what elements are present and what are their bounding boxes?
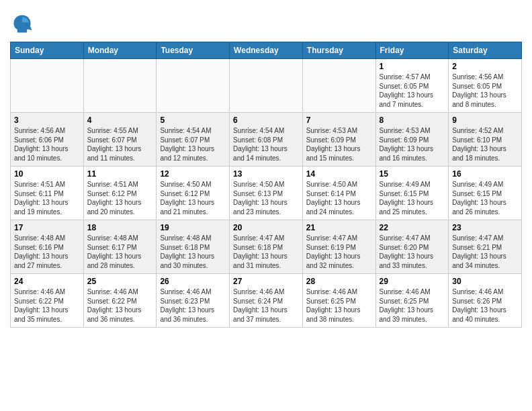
day-number: 19 [160, 223, 226, 232]
calendar-week-2: 3Sunrise: 4:56 AM Sunset: 6:06 PM Daylig… [11, 113, 522, 167]
day-info: Sunrise: 4:54 AM Sunset: 6:08 PM Dayligh… [233, 126, 299, 163]
calendar-cell: 14Sunrise: 4:50 AM Sunset: 6:14 PM Dayli… [302, 167, 375, 220]
calendar-cell [230, 59, 303, 113]
calendar-header-wednesday: Wednesday [230, 42, 303, 59]
day-number: 3 [14, 116, 80, 125]
day-number: 14 [306, 169, 372, 179]
calendar-cell: 8Sunrise: 4:53 AM Sunset: 6:09 PM Daylig… [375, 113, 449, 167]
calendar-cell: 15Sunrise: 4:49 AM Sunset: 6:15 PM Dayli… [375, 167, 449, 220]
calendar-cell: 7Sunrise: 4:53 AM Sunset: 6:09 PM Daylig… [302, 113, 375, 167]
calendar-cell: 25Sunrise: 4:46 AM Sunset: 6:22 PM Dayli… [83, 274, 157, 328]
calendar-cell: 30Sunrise: 4:46 AM Sunset: 6:26 PM Dayli… [449, 274, 522, 328]
calendar-header-thursday: Thursday [302, 42, 375, 59]
header [10, 7, 522, 36]
calendar-cell: 5Sunrise: 4:54 AM Sunset: 6:07 PM Daylig… [157, 113, 230, 167]
day-info: Sunrise: 4:48 AM Sunset: 6:17 PM Dayligh… [87, 234, 153, 270]
calendar-cell: 23Sunrise: 4:47 AM Sunset: 6:21 PM Dayli… [449, 220, 522, 274]
calendar-cell: 17Sunrise: 4:48 AM Sunset: 6:16 PM Dayli… [11, 220, 84, 274]
calendar-cell: 1Sunrise: 4:57 AM Sunset: 6:05 PM Daylig… [375, 59, 449, 113]
day-number: 17 [14, 223, 80, 232]
calendar-cell: 2Sunrise: 4:56 AM Sunset: 6:05 PM Daylig… [449, 59, 522, 113]
day-info: Sunrise: 4:56 AM Sunset: 6:05 PM Dayligh… [452, 73, 518, 109]
day-number: 4 [87, 116, 153, 125]
day-number: 15 [380, 169, 445, 179]
day-info: Sunrise: 4:53 AM Sunset: 6:09 PM Dayligh… [380, 126, 445, 163]
day-info: Sunrise: 4:49 AM Sunset: 6:15 PM Dayligh… [452, 180, 518, 216]
day-info: Sunrise: 4:48 AM Sunset: 6:18 PM Dayligh… [160, 234, 226, 270]
day-info: Sunrise: 4:47 AM Sunset: 6:18 PM Dayligh… [233, 234, 299, 270]
calendar-header-monday: Monday [83, 42, 157, 59]
calendar-cell: 21Sunrise: 4:47 AM Sunset: 6:19 PM Dayli… [302, 220, 375, 274]
day-number: 16 [452, 169, 518, 179]
day-number: 9 [452, 116, 518, 125]
day-number: 25 [87, 277, 153, 286]
day-info: Sunrise: 4:55 AM Sunset: 6:07 PM Dayligh… [87, 126, 153, 163]
day-number: 21 [306, 223, 372, 232]
day-number: 10 [14, 169, 80, 179]
calendar-header-row: SundayMondayTuesdayWednesdayThursdayFrid… [11, 42, 522, 59]
calendar-cell: 4Sunrise: 4:55 AM Sunset: 6:07 PM Daylig… [83, 113, 157, 167]
day-number: 22 [380, 223, 445, 232]
day-info: Sunrise: 4:48 AM Sunset: 6:16 PM Dayligh… [14, 234, 80, 270]
day-info: Sunrise: 4:57 AM Sunset: 6:05 PM Dayligh… [380, 73, 445, 109]
calendar-cell: 12Sunrise: 4:50 AM Sunset: 6:12 PM Dayli… [157, 167, 230, 220]
day-info: Sunrise: 4:53 AM Sunset: 6:09 PM Dayligh… [306, 126, 372, 163]
day-number: 26 [160, 277, 226, 286]
calendar: SundayMondayTuesdayWednesdayThursdayFrid… [10, 42, 522, 328]
calendar-cell: 3Sunrise: 4:56 AM Sunset: 6:06 PM Daylig… [11, 113, 84, 167]
day-info: Sunrise: 4:52 AM Sunset: 6:10 PM Dayligh… [452, 126, 518, 163]
day-number: 18 [87, 223, 153, 232]
calendar-cell [83, 59, 157, 113]
calendar-cell: 13Sunrise: 4:50 AM Sunset: 6:13 PM Dayli… [230, 167, 303, 220]
calendar-cell [157, 59, 230, 113]
day-number: 23 [452, 223, 518, 232]
day-number: 7 [306, 116, 372, 125]
logo [10, 12, 38, 36]
calendar-cell: 24Sunrise: 4:46 AM Sunset: 6:22 PM Dayli… [11, 274, 84, 328]
day-info: Sunrise: 4:46 AM Sunset: 6:26 PM Dayligh… [452, 287, 518, 324]
day-number: 1 [380, 62, 445, 71]
calendar-cell: 10Sunrise: 4:51 AM Sunset: 6:11 PM Dayli… [11, 167, 84, 220]
calendar-cell: 16Sunrise: 4:49 AM Sunset: 6:15 PM Dayli… [449, 167, 522, 220]
day-number: 8 [380, 116, 445, 125]
day-number: 20 [233, 223, 299, 232]
day-number: 11 [87, 169, 153, 179]
day-number: 27 [233, 277, 299, 286]
day-number: 12 [160, 169, 226, 179]
calendar-week-3: 10Sunrise: 4:51 AM Sunset: 6:11 PM Dayli… [11, 167, 522, 220]
calendar-week-5: 24Sunrise: 4:46 AM Sunset: 6:22 PM Dayli… [11, 274, 522, 328]
day-info: Sunrise: 4:47 AM Sunset: 6:21 PM Dayligh… [452, 234, 518, 270]
day-number: 6 [233, 116, 299, 125]
day-number: 29 [380, 277, 445, 286]
day-info: Sunrise: 4:46 AM Sunset: 6:24 PM Dayligh… [233, 287, 299, 324]
calendar-cell [11, 59, 84, 113]
calendar-cell: 29Sunrise: 4:46 AM Sunset: 6:25 PM Dayli… [375, 274, 449, 328]
calendar-cell: 20Sunrise: 4:47 AM Sunset: 6:18 PM Dayli… [230, 220, 303, 274]
day-info: Sunrise: 4:56 AM Sunset: 6:06 PM Dayligh… [14, 126, 80, 163]
calendar-cell: 26Sunrise: 4:46 AM Sunset: 6:23 PM Dayli… [157, 274, 230, 328]
day-number: 5 [160, 116, 226, 125]
logo-icon [10, 12, 34, 36]
day-info: Sunrise: 4:46 AM Sunset: 6:25 PM Dayligh… [380, 287, 445, 324]
calendar-cell: 28Sunrise: 4:46 AM Sunset: 6:25 PM Dayli… [302, 274, 375, 328]
day-info: Sunrise: 4:50 AM Sunset: 6:14 PM Dayligh… [306, 180, 372, 216]
day-info: Sunrise: 4:50 AM Sunset: 6:12 PM Dayligh… [160, 180, 226, 216]
day-number: 2 [452, 62, 518, 71]
day-number: 28 [306, 277, 372, 286]
day-info: Sunrise: 4:54 AM Sunset: 6:07 PM Dayligh… [160, 126, 226, 163]
day-info: Sunrise: 4:47 AM Sunset: 6:20 PM Dayligh… [380, 234, 445, 270]
calendar-cell: 9Sunrise: 4:52 AM Sunset: 6:10 PM Daylig… [449, 113, 522, 167]
day-number: 13 [233, 169, 299, 179]
calendar-header-saturday: Saturday [449, 42, 522, 59]
calendar-cell: 22Sunrise: 4:47 AM Sunset: 6:20 PM Dayli… [375, 220, 449, 274]
day-info: Sunrise: 4:46 AM Sunset: 6:22 PM Dayligh… [14, 287, 80, 324]
calendar-header-tuesday: Tuesday [157, 42, 230, 59]
day-info: Sunrise: 4:50 AM Sunset: 6:13 PM Dayligh… [233, 180, 299, 216]
calendar-cell: 19Sunrise: 4:48 AM Sunset: 6:18 PM Dayli… [157, 220, 230, 274]
calendar-week-4: 17Sunrise: 4:48 AM Sunset: 6:16 PM Dayli… [11, 220, 522, 274]
calendar-header-sunday: Sunday [11, 42, 84, 59]
day-info: Sunrise: 4:49 AM Sunset: 6:15 PM Dayligh… [380, 180, 445, 216]
day-number: 24 [14, 277, 80, 286]
day-info: Sunrise: 4:47 AM Sunset: 6:19 PM Dayligh… [306, 234, 372, 270]
day-number: 30 [452, 277, 518, 286]
